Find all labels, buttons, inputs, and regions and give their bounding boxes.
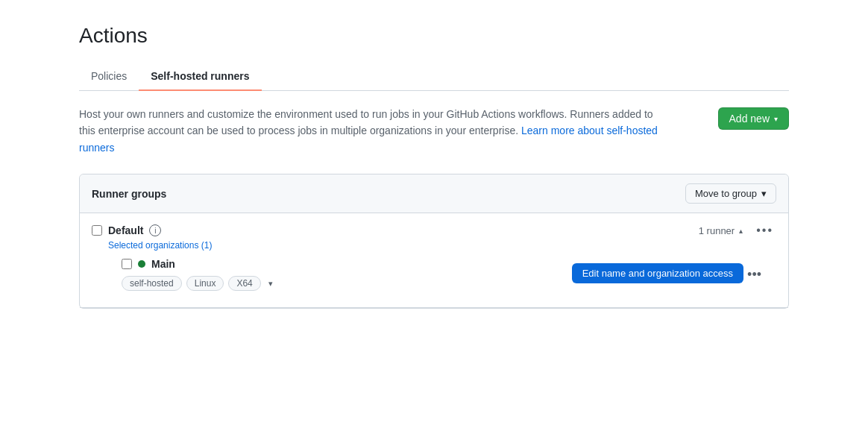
add-new-label: Add new <box>729 113 770 125</box>
default-group-menu-button[interactable]: • • • <box>752 222 776 239</box>
runner-menu-button[interactable]: ••• <box>744 266 764 283</box>
page-title: Actions <box>79 24 789 48</box>
add-new-button[interactable]: Add new ▾ <box>718 107 789 130</box>
runner-tags-dropdown[interactable]: ▾ <box>265 276 276 291</box>
dots-icon: • <box>756 224 761 237</box>
runner-sub-left: Main self-hosted Linux X64 ▾ <box>122 258 276 291</box>
dots-icon: • <box>767 224 772 237</box>
runner-count-label: 1 runner <box>699 225 735 236</box>
runner-count-chevron: ▴ <box>739 227 743 235</box>
runner-tag-linux: Linux <box>186 276 224 291</box>
info-icon[interactable]: i <box>149 224 161 236</box>
selected-orgs-label: Selected organizations <box>108 240 198 251</box>
selected-orgs-count: (1) <box>201 240 213 251</box>
content-section: Host your own runners and customize the … <box>79 106 789 156</box>
move-to-group-button[interactable]: Move to group ▾ <box>685 183 776 204</box>
tab-policies[interactable]: Policies <box>79 63 139 91</box>
runner-tag-x64: X64 <box>228 276 260 291</box>
edit-name-context-menu[interactable]: Edit name and organization access <box>572 263 743 283</box>
runner-tags: self-hosted Linux X64 ▾ <box>122 276 276 291</box>
description-text: Host your own runners and customize the … <box>79 106 661 156</box>
selected-orgs: Selected organizations (1) <box>108 240 776 251</box>
runner-group-left: Default i <box>92 224 161 236</box>
runner-groups-panel: Runner groups Move to group ▾ Default i … <box>79 174 789 309</box>
default-group-checkbox[interactable] <box>92 225 102 236</box>
runner-status-dot <box>138 260 145 268</box>
runner-sub-left-top: Main <box>122 258 175 270</box>
runner-dots-icon: ••• <box>747 268 761 281</box>
runner-main-row: Main self-hosted Linux X64 ▾ Edit name a… <box>92 251 776 298</box>
runner-groups-title: Runner groups <box>92 188 166 200</box>
runner-tag-self-hosted: self-hosted <box>122 276 182 291</box>
main-runner-checkbox[interactable] <box>122 259 132 269</box>
runner-name: Main <box>151 258 175 270</box>
page-container: Actions Policies Self-hosted runners Hos… <box>61 0 807 333</box>
runner-group-default: Default i 1 runner ▴ • • • Selected o <box>80 213 788 308</box>
runner-group-right: 1 runner ▴ • • • <box>699 222 776 239</box>
default-group-name: Default <box>108 224 143 236</box>
tabs-container: Policies Self-hosted runners <box>79 63 789 91</box>
runner-groups-header: Runner groups Move to group ▾ <box>80 174 788 213</box>
runner-sub-right: Edit name and organization access ••• <box>744 266 764 283</box>
tab-self-hosted-runners[interactable]: Self-hosted runners <box>139 63 261 91</box>
move-to-group-label: Move to group <box>695 188 757 199</box>
runner-count: 1 runner ▴ <box>699 225 743 236</box>
add-new-chevron: ▾ <box>774 115 778 123</box>
move-to-group-chevron: ▾ <box>761 188 767 199</box>
dots-icon: • <box>762 224 767 237</box>
runner-group-main: Default i 1 runner ▴ • • • <box>92 222 776 239</box>
